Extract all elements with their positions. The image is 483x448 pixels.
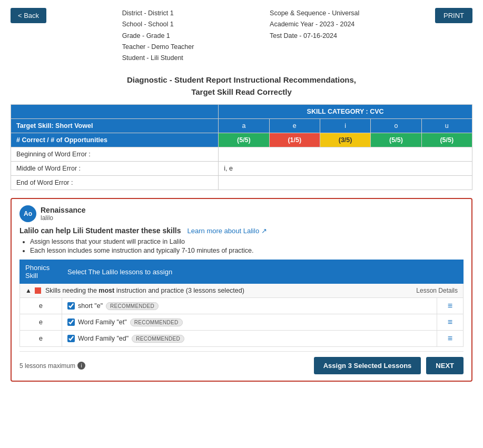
lesson-checkbox-2[interactable] [67,318,75,326]
header-info-right: Scope & Sequence - Universal Academic Ye… [270,8,359,42]
recommended-badge-2: RECOMMENDED [130,318,183,326]
list-details-icon-2[interactable]: ≡ [448,317,452,326]
lesson-col-1: short "e" RECOMMENDED [62,298,437,314]
category-header: SKILL CATEGORY : CVC [219,105,472,119]
beginning-error-value [219,147,472,162]
lesson-details-label: Lesson Details [416,287,458,294]
grade-label: Grade - Grade 1 [122,31,194,42]
beginning-error-label: Beginning of Word Error : [11,147,219,162]
correct-label: # Correct / # of Opportunities [11,133,219,147]
phonics-col-header: Phonics Skill [20,260,62,284]
middle-error-label: Middle of Word Error : [11,162,219,176]
score-a: (5/5) [219,133,269,147]
middle-error-value: i, e [219,162,472,176]
card-footer: 5 lessons maximum i Assign 3 Selected Le… [19,351,464,381]
learn-more-link[interactable]: Learn more about Lalilo ↗ [188,227,267,235]
footer-info: 5 lessons maximum i [19,362,85,370]
lesson-checkbox-label-1[interactable]: short "e" RECOMMENDED [67,302,431,310]
next-button[interactable]: NEXT [426,357,464,374]
vowel-i: i [320,119,370,133]
score-i: (3/5) [320,133,370,147]
lesson-row-3: e Word Family "ed" RECOMMENDED ≡ [20,331,464,347]
renaissance-subtitle: lalilo [41,214,86,222]
end-error-label: End of Word Error : [11,176,219,190]
section-count: (3 lessons selected) [186,287,244,294]
skill-e-2: e [20,314,62,331]
test-date-label: Test Date - 07-16-2024 [270,31,359,42]
lesson-name-3: Word Family "ed" [78,335,129,342]
back-button[interactable]: < Back [11,8,46,23]
lesson-checkbox-label-3[interactable]: Word Family "ed" RECOMMENDED [67,335,431,343]
scope-label: Scope & Sequence - Universal [270,8,359,19]
vowel-e: e [269,119,320,133]
lalilo-heading-row: Lalilo can help Lili Student master thes… [19,226,464,235]
student-label: Student - Lili Student [122,53,194,64]
bullet-item-2: Each lesson includes some instruction an… [30,247,464,254]
renaissance-card: Ao Renaissance lalilo Lalilo can help Li… [11,198,472,382]
lalilo-heading: Lalilo can help Lili Student master thes… [19,226,181,235]
footer-max-text: 5 lessons maximum [19,362,75,370]
report-title: Diagnostic - Student Report Instructiona… [0,69,483,104]
list-details-icon-3[interactable]: ≡ [448,334,452,343]
lesson-checkbox-1[interactable] [67,302,75,310]
details-icon-col-2[interactable]: ≡ [437,314,464,331]
score-e: (1/5) [269,133,320,147]
renaissance-logo-info: Renaissance lalilo [41,206,86,222]
renaissance-title: Renaissance [41,206,86,214]
lesson-checkbox-label-2[interactable]: Word Family "et" RECOMMENDED [67,318,431,326]
info-icon: i [77,362,85,370]
score-o: (5/5) [371,133,421,147]
renaissance-logo-row: Ao Renaissance lalilo [19,205,464,222]
red-indicator [35,287,41,294]
lesson-checkbox-3[interactable] [67,335,75,342]
header-info-left: District - District 1 School - School 1 … [122,8,194,64]
lesson-row-2: e Word Family "et" RECOMMENDED ≡ [20,314,464,331]
phonics-table: Phonics Skill Select The Lalilo lessons … [19,260,464,347]
vowel-a: a [219,119,269,133]
bullet-list: Assign lessons that your student will pr… [30,238,464,254]
bullet-item-1: Assign lessons that your student will pr… [30,238,464,245]
lesson-name-1: short "e" [78,302,103,310]
lesson-col-header: Select The Lalilo lessons to assign [62,260,437,284]
recommended-badge-1: RECOMMENDED [106,302,159,310]
teacher-label: Teacher - Demo Teacher [122,42,194,53]
vowel-o: o [371,119,421,133]
details-icon-col-1[interactable]: ≡ [437,298,464,314]
academic-year-label: Academic Year - 2023 - 2024 [270,19,359,30]
details-icon-col-3[interactable]: ≡ [437,331,464,347]
lesson-row-1: e short "e" RECOMMENDED ≡ [20,298,464,314]
end-error-value [219,176,472,190]
skill-table: SKILL CATEGORY : CVC Target Skill: Short… [11,104,472,190]
section-header-cell: ▲ Skills needing the most instruction an… [20,284,464,298]
recommended-badge-3: RECOMMENDED [132,335,184,343]
district-label: District - District 1 [122,8,194,19]
list-details-icon-1[interactable]: ≡ [448,301,452,310]
renaissance-logo-icon: Ao [19,205,36,222]
print-button[interactable]: PRINT [435,8,472,23]
assign-selected-button[interactable]: Assign 3 Selected Lessons [314,357,421,374]
section-header-row: ▲ Skills needing the most instruction an… [20,284,464,298]
school-label: School - School 1 [122,19,194,30]
lesson-col-3: Word Family "ed" RECOMMENDED [62,331,437,347]
score-u: (5/5) [421,133,472,147]
target-skill-label: Target Skill: Short Vowel [11,119,219,133]
lesson-col-2: Word Family "et" RECOMMENDED [62,314,437,331]
skill-e-3: e [20,331,62,347]
lesson-name-2: Word Family "et" [78,318,127,326]
chevron-up-icon[interactable]: ▲ [25,287,32,294]
section-header-text: Skills needing the most instruction and … [45,287,244,294]
vowel-u: u [421,119,472,133]
details-col-header [437,260,464,284]
skill-e-1: e [20,298,62,314]
